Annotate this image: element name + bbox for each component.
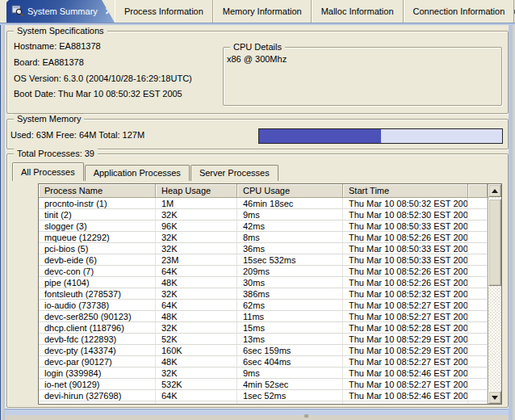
table-cell: 23M [156, 254, 237, 266]
close-icon[interactable]: ✕ [105, 6, 113, 17]
table-cell: 209ms [237, 266, 343, 277]
table-row[interactable]: devc-con (7)64K209msThu Mar 10 08:52:26 … [39, 266, 488, 277]
column-header-filler [468, 184, 488, 198]
table-cell [468, 379, 488, 390]
hostname-text: Hostname: EA881378 [14, 41, 101, 51]
table-cell: Thu Mar 10 08:52:46 EST 2005 [343, 390, 468, 401]
table-cell [468, 254, 488, 266]
view-tab-bar: System Summary ✕ Process Information Mem… [0, 0, 515, 23]
table-cell: 32K [156, 288, 237, 300]
table-row[interactable]: mcd (134545)32K3sec 41msThu Mar 10 08:52… [39, 401, 488, 404]
table-cell: procnto-instr (1) [39, 198, 156, 209]
tab-underline [0, 23, 515, 25]
table-cell: Thu Mar 10 08:52:26 EST 2005 [343, 232, 468, 243]
tab-system-summary[interactable]: System Summary ✕ [6, 0, 115, 23]
table-cell: 64K [156, 390, 237, 401]
table-row[interactable]: tinit (2)32K9msThu Mar 10 08:52:30 EST 2… [39, 209, 488, 220]
table-cell [468, 277, 488, 288]
table-cell: 32K [156, 322, 237, 334]
table-cell: 532K [156, 379, 237, 390]
scrollbar-thumb[interactable] [488, 199, 501, 286]
table-cell: 36ms [237, 243, 343, 254]
tab-malloc-information[interactable]: Malloc Information [312, 0, 404, 23]
table-cell: Thu Mar 10 08:52:26 EST 2005 [343, 266, 468, 277]
tab-memory-information[interactable]: Memory Information [213, 0, 312, 23]
table-cell: 64K [156, 300, 237, 311]
table-body: procnto-instr (1)1M46min 18secThu Mar 10… [39, 198, 488, 404]
table-cell: 32K [156, 243, 237, 254]
table-cell: devc-par (90127) [39, 356, 156, 368]
tab-all-processes[interactable]: All Processes [12, 162, 84, 181]
table-cell: login (339984) [39, 368, 156, 379]
table-cell: 52K [156, 334, 237, 345]
sash-handle[interactable] [304, 414, 308, 418]
memory-usage-bar [258, 128, 503, 144]
table-cell: 48K [156, 311, 237, 322]
table-row[interactable]: dhcp.client (118796)32K15msThu Mar 10 08… [39, 322, 488, 334]
group-title: System Memory [14, 114, 84, 124]
table-row[interactable]: pipe (4104)48K30msThu Mar 10 08:52:26 ES… [39, 277, 488, 288]
scroll-up-icon[interactable] [488, 184, 501, 197]
table-cell [468, 401, 488, 404]
table-row[interactable]: procnto-instr (1)1M46min 18secThu Mar 10… [39, 198, 488, 209]
table-cell: Thu Mar 10 08:52:46 EST 2005 [343, 368, 468, 379]
total-processes-group: Total Processes: 39 All Processes Applic… [6, 153, 509, 408]
table-cell: mcd (134545) [39, 401, 156, 404]
table-cell [468, 356, 488, 368]
process-table: Process Name Heap Usage CPU Usage Start … [38, 183, 502, 405]
table-row[interactable]: slogger (3)96K42msThu Mar 10 08:50:33 ES… [39, 220, 488, 232]
table-row[interactable]: mqueue (12292)32K8msThu Mar 10 08:52:26 … [39, 232, 488, 243]
table-row[interactable]: devi-hirun (327698)64K1sec 52msThu Mar 1… [39, 390, 488, 401]
table-cell [468, 288, 488, 300]
table-cell: 32K [156, 368, 237, 379]
table-cell: 32K [156, 401, 237, 404]
table-cell [468, 198, 488, 209]
table-cell: 48K [156, 277, 237, 288]
column-header-process-name[interactable]: Process Name [39, 184, 156, 198]
table-cell: Thu Mar 10 08:50:33 EST 2005 [343, 254, 468, 266]
table-row[interactable]: devb-fdc (122893)52K13msThu Mar 10 08:52… [39, 334, 488, 345]
table-cell: 160K [156, 345, 237, 356]
table-cell: 48K [156, 356, 237, 368]
table-cell: tinit (2) [39, 209, 156, 220]
table-row[interactable]: devb-eide (6)23M15sec 532msThu Mar 10 08… [39, 254, 488, 266]
table-row[interactable]: io-net (90129)532K4min 52secThu Mar 10 0… [39, 379, 488, 390]
system-summary-icon [11, 5, 23, 18]
table-cell [468, 368, 488, 379]
tab-application-processes[interactable]: Application Processes [85, 165, 190, 181]
table-cell: 386ms [237, 288, 343, 300]
cpu-details-text: x86 @ 300Mhz [227, 54, 287, 64]
tab-connection-information[interactable]: Connection Information [404, 0, 515, 23]
column-header-cpu-usage[interactable]: CPU Usage [237, 184, 343, 198]
table-row[interactable]: fontsleuth (278537)32K386msThu Mar 10 08… [39, 288, 488, 300]
column-header-heap-usage[interactable]: Heap Usage [156, 184, 237, 198]
table-row[interactable]: devc-par (90127)48K6sec 404msThu Mar 10 … [39, 356, 488, 368]
table-row[interactable]: devc-ser8250 (90123)48K11msThu Mar 10 08… [39, 311, 488, 322]
table-row[interactable]: io-audio (73738)64K62msThu Mar 10 08:52:… [39, 300, 488, 311]
table-row[interactable]: devc-pty (143374)160K6sec 159msThu Mar 1… [39, 345, 488, 356]
table-cell: Thu Mar 10 08:52:29 EST 2005 [343, 334, 468, 345]
table-cell: fontsleuth (278537) [39, 288, 156, 300]
table-cell: devc-con (7) [39, 266, 156, 277]
table-cell: Thu Mar 10 08:52:27 EST 2005 [343, 356, 468, 368]
table-cell: Thu Mar 10 08:52:30 EST 2005 [343, 209, 468, 220]
boot-date-text: Boot Date: Thu Mar 10 08:50:32 EST 2005 [14, 89, 182, 99]
column-header-start-time[interactable]: Start Time [343, 184, 468, 198]
group-title: System Specifications [14, 26, 107, 36]
table-cell: Thu Mar 10 08:52:32 EST 2005 [343, 288, 468, 300]
table-cell: devb-fdc (122893) [39, 334, 156, 345]
tab-process-information[interactable]: Process Information [115, 0, 213, 23]
group-title: Total Processes: 39 [14, 149, 98, 159]
scroll-down-icon[interactable] [488, 391, 501, 404]
table-cell: mqueue (12292) [39, 232, 156, 243]
table-row[interactable]: pci-bios (5)32K36msThu Mar 10 08:50:33 E… [39, 243, 488, 254]
vertical-scrollbar[interactable] [488, 184, 501, 404]
table-cell: 11ms [237, 311, 343, 322]
table-cell: io-audio (73738) [39, 300, 156, 311]
frame-left [0, 0, 5, 420]
table-cell: devc-pty (143374) [39, 345, 156, 356]
table-row[interactable]: login (339984)32K9msThu Mar 10 08:52:46 … [39, 368, 488, 379]
tab-server-processes[interactable]: Server Processes [191, 165, 278, 181]
table-cell [468, 322, 488, 334]
table-cell: devb-eide (6) [39, 254, 156, 266]
